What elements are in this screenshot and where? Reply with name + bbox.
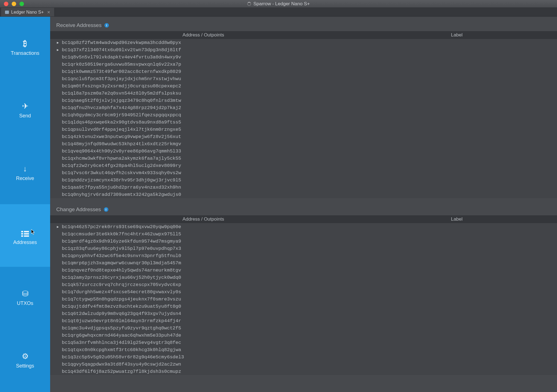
change-addresses-body: ▶bc1qn46z57pc2rek0rrs93tse69qxvw20yqw9pq… <box>50 223 557 375</box>
address-row[interactable]: bc1qnqvezf0nd8tepxe4hly5qwds74arneurkm8t… <box>50 267 557 274</box>
info-icon[interactable]: i <box>104 23 109 28</box>
address-text: bc1q37xf2l34074tx6u09lxv2twn73dpg3n8dj8l… <box>62 47 361 53</box>
bitcoin-icon <box>23 40 27 48</box>
address-row[interactable]: bc1qm0tfxszngx3y2xsrmdjj0curqzsu08cpexep… <box>50 82 557 90</box>
sidebar-item-send[interactable]: Send <box>0 79 50 142</box>
column-header-label[interactable]: Label <box>356 32 557 38</box>
address-text: bc1qmrdf4gz8x9dh9l6yze6kfdun9574wd7msgmy… <box>62 239 361 244</box>
address-row[interactable]: bc1qveq9064x4th90y2v0yree86p06avg7qmmh5l… <box>50 147 557 155</box>
address-row[interactable]: bc1q7vsc6r3wkut46qvfh2cskvvm4x933sqhy0vs… <box>50 169 557 176</box>
address-text: bc1qnclu5fpcm3tf3psjayjdxjchm5nr7xstwjvh… <box>62 76 361 82</box>
address-row[interactable]: bc1qccmsuder3te6kk0k7fnc4htrx462uwpx975l… <box>50 230 557 238</box>
maximize-window-button[interactable] <box>19 2 24 6</box>
expand-triangle-icon[interactable]: ▶ <box>57 48 61 52</box>
expand-triangle-icon[interactable]: ▶ <box>57 41 61 45</box>
address-row[interactable]: bc1q8v5n5vl79lvkdapktv4ev4fvrtu3a0dn4wxy… <box>50 53 557 61</box>
sidebar-item-label: Receive <box>16 176 34 181</box>
address-row[interactable]: bc1q4zktvnu2xwe3nputwcg9vwpejw6fz8v2j56x… <box>50 133 557 140</box>
address-row[interactable]: bc1qaa9t7fpya55nju6hd2prra6yv4nzaxd32xh9… <box>50 184 557 191</box>
minimize-window-button[interactable] <box>12 2 16 6</box>
address-row[interactable]: bc1qldqs46pxwqe6ka2x90gtdvs8au9nxd8a9fts… <box>50 119 557 126</box>
receive-addresses-body: ▶bc1qp8zf2fwtm4wadvwpd96zevkwpma3hcdd8w0… <box>50 39 557 198</box>
address-row[interactable]: bc1q5a3nrfvmhhlnca3j4dl9lg25evg4vgtr3q8f… <box>50 339 557 346</box>
address-row[interactable]: ▶bc1qn46z57pc2rek0rrs93tse69qxvw20yqw9pq… <box>50 223 557 230</box>
address-row[interactable]: bc1qmrp6pjzh3xagmqwrw6cuwnqr30pl3mdja545… <box>50 259 557 267</box>
address-text: bc1qnddzvjzsmcynx438rhv95r3dhj0gwj3rjvc9… <box>62 177 361 183</box>
address-row[interactable]: bc1qtk0wmmz573t49fwr002acc8cternfwxdkp80… <box>50 68 557 75</box>
window-controls <box>0 2 24 6</box>
sidebar-item-label: UTXOs <box>17 300 33 306</box>
section-title-text: Receive Addresses <box>56 22 102 28</box>
address-text: bc1qtqxc0n0kcpghxmtf3rtc60khcg3k0hlq82gj… <box>62 347 361 352</box>
window-title-text: Sparrow - Ledger Nano S+ <box>253 1 310 7</box>
addresses-icon <box>21 226 29 237</box>
sidebar-item-receive[interactable]: Receive <box>0 142 50 204</box>
address-row[interactable]: bc1qmc3u4vdjgpsqs5pzyfu9zyvr9qztghq0wct2… <box>50 324 557 332</box>
address-text: bc1qmc3u4vdjgpsqs5pzyfu9zyvr9qztghq0wct2… <box>62 326 361 331</box>
address-row[interactable]: bc1q7durghh5wezx4fsxcse54ecret80gvwaxvly… <box>50 288 557 295</box>
address-row[interactable]: bc1qrk0z50519erga6uvwu85msvpwxqnlq6v22xa… <box>50 61 557 68</box>
address-text: bc1qk57zurczc9rvq7chrqjrczescpx705vydvc6… <box>62 282 361 287</box>
address-row[interactable]: bc1qtqxc0n0kcpghxmtf3rtc60khcg3k0hlq82gj… <box>50 346 557 353</box>
address-row[interactable]: bc1qnclu5fpcm3tf3psjayjdxjchm5nr7xstwjvh… <box>50 75 557 82</box>
address-text: bc1qnaeg5t2f0jxlvjsjgqz3479c8hq0fnlrsd3m… <box>62 98 361 103</box>
wallet-tab[interactable]: Ledger Nano S+ ✕ <box>1 8 55 16</box>
column-header-address[interactable]: Address / Outpoints <box>50 216 356 222</box>
address-row[interactable]: bc1q7ctygwp58n0hgqdzpgs4jeuknx7f0smre3vs… <box>50 295 557 303</box>
address-text: bc1q7ctygwp58n0hgqdzpgs4jeuknx7f0smre3vs… <box>62 297 361 302</box>
address-row[interactable]: bc1q3zc5p5v5g92u05h58vr6r82g9q46e5cmy6sd… <box>50 353 557 361</box>
sidebar-item-transactions[interactable]: Transactions <box>0 17 50 79</box>
close-tab-button[interactable]: ✕ <box>47 10 50 14</box>
address-row[interactable]: ▶bc1qp8zf2fwtm4wadvwpd96zevkwpma3hcdd8w0… <box>50 39 557 46</box>
address-row[interactable]: bc1q6t2dwlzudp9y9m8vq6g23gq4f93xgv7ujyds… <box>50 310 557 317</box>
address-row[interactable]: ▶bc1q37xf2l34074tx6u09lxv2twn73dpg3n8dj8… <box>50 46 557 53</box>
address-row[interactable]: bc1qpsullvvd0rf4ppajeqjl4xl7tjk6nm0rzngx… <box>50 126 557 133</box>
address-text: bc1qh0gydmcy3cr6cm9jr594952lfqezspgqqxpp… <box>62 112 361 118</box>
address-text: bc1q6t2dwlzudp9y9m8vq6g23gq4f93xgv7ujyds… <box>62 311 361 316</box>
address-row[interactable]: bc1q2amy2prnsz26cyrxjau66vj52h0ytjyck0wd… <box>50 274 557 281</box>
address-text: bc1qtk0wmmz573t49fwr002acc8cternfwxdkp80… <box>62 69 361 74</box>
address-row[interactable]: bc1qmrdf4gz8x9dh9l6yze6kfdun9574wd7msgmy… <box>50 238 557 245</box>
address-row[interactable]: bc1qpnyphhvf43zwc6f5e4c9snvrn3pnrfg5tfnu… <box>50 252 557 259</box>
column-header-label[interactable]: Label <box>356 216 557 222</box>
address-text: bc1q4zktvnu2xwe3nputwcg9vwpejw6fz8v2j56x… <box>62 134 361 139</box>
address-row[interactable]: bc1qnddzvjzsmcynx438rhv95r3dhj0gwj3rjvc9… <box>50 176 557 184</box>
sidebar: Transactions Send Receive Addresses UT <box>0 17 50 392</box>
address-row[interactable]: bc1qnaeg5t2f0jxlvjsjgqz3479c8hq0fnlrsd3m… <box>50 97 557 104</box>
address-row[interactable]: bc1qk57zurczc9rvq7chrqjrczescpx705vydvc6… <box>50 281 557 288</box>
address-row[interactable]: bc1qgvy5qagpdwx9a3td8f43syu4y0cswjd2ac2z… <box>50 361 557 368</box>
address-text: bc1qveq9064x4th90y2v0yree86p06avg7qmmh5l… <box>62 149 361 154</box>
receive-addresses-header: Receive Addresses i <box>50 17 557 31</box>
window-titlebar: Sparrow - Ledger Nano S+ <box>0 0 557 8</box>
address-row[interactable]: bc1q48myjnfqd98wudwc53khpz4tlx6xdtz25rkm… <box>50 140 557 147</box>
address-row[interactable]: bc1qxhcmw3wkf8vrhpwna2akymzk6faa7ajly5ck… <box>50 155 557 162</box>
address-row[interactable]: bc1qujtddfv4fmt8ezvz8uchtekzu9uat5yu8ft0… <box>50 303 557 310</box>
info-icon[interactable]: i <box>104 207 108 212</box>
address-text: bc1qfz2w2ry6cet4fgx28pa4hl5uclg2dxev8099… <box>62 163 361 168</box>
sidebar-item-utxos[interactable]: UTXOs <box>0 267 50 329</box>
tab-bar: Ledger Nano S+ ✕ <box>0 8 557 17</box>
address-row[interactable]: bc1q43df6lf6j8az52pwuatzg7fl8kjdsh3s0cmu… <box>50 368 557 375</box>
address-row[interactable]: bc1qqfnu2hvcza0phfa7x4z4g88rpz294jd2p7ka… <box>50 104 557 111</box>
address-row[interactable]: bc1qt0juzws0evrpt8n9lml64ayn3rrmfzkp44fj… <box>50 317 557 324</box>
table-header: Address / Outpoints Label <box>50 215 557 223</box>
address-row[interactable]: bc1ql8a7pszm0a7e2q0svn544z8l0y5m2dfslpsk… <box>50 90 557 97</box>
address-row[interactable]: bc1qh0gydmcy3cr6cm9jr594952lfqezspgqqxpp… <box>50 111 557 119</box>
address-row[interactable]: bc1qfz2w2ry6cet4fgx28pa4hl5uclg2dxev8099… <box>50 162 557 169</box>
address-text: bc1qujtddfv4fmt8ezvz8uchtekzu9uat5yu8ft0… <box>62 304 361 309</box>
sidebar-item-settings[interactable]: Settings <box>0 329 50 392</box>
content-area: Receive Addresses i Address / Outpoints … <box>50 17 557 392</box>
receive-addresses-table: Address / Outpoints Label ▶bc1qp8zf2fwtm… <box>50 31 557 198</box>
address-text: bc1q0nyhgjrv6radd7309uemtx3242ga5k2gwduj… <box>62 192 361 197</box>
close-window-button[interactable] <box>4 2 8 6</box>
sidebar-item-addresses[interactable]: Addresses <box>0 204 50 267</box>
table-header: Address / Outpoints Label <box>50 31 557 39</box>
address-row[interactable]: bc1qz83qfuu6ey86cphjv9l5pl7p97e0uvpdhqp7… <box>50 245 557 252</box>
address-text: bc1q2amy2prnsz26cyrxjau66vj52h0ytjyck0wd… <box>62 275 361 280</box>
address-row[interactable]: bc1qrg6gwhqxcmrnd464yaac6qhwxhm5e33puh47… <box>50 332 557 339</box>
column-header-address[interactable]: Address / Outpoints <box>50 32 356 38</box>
address-row[interactable]: bc1q0nyhgjrv6radd7309uemtx3242ga5k2gwduj… <box>50 191 557 198</box>
address-text: bc1qpnyphhvf43zwc6f5e4c9snvrn3pnrfg5tfnu… <box>62 253 361 258</box>
expand-triangle-icon[interactable]: ▶ <box>57 225 61 229</box>
address-text: bc1qmrp6pjzh3xagmqwrw6cuwnqr30pl3mdja545… <box>62 260 361 266</box>
